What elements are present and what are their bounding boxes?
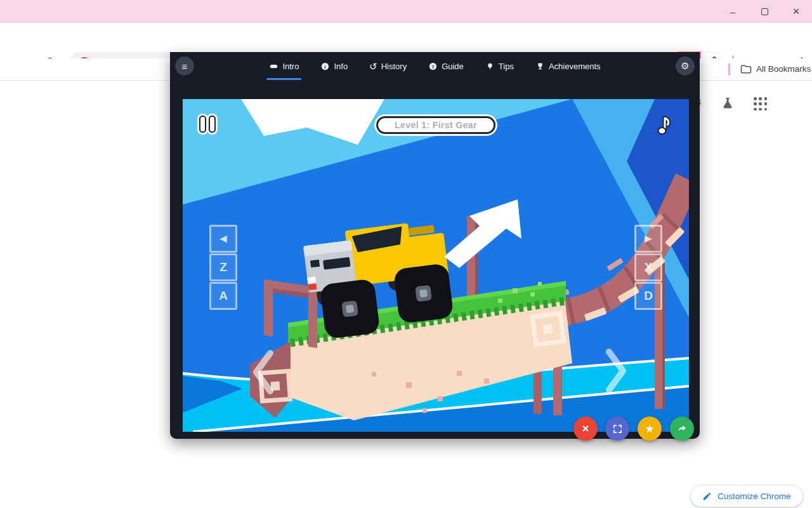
close-x-icon: × [582, 422, 589, 436]
maximize-icon [761, 8, 768, 15]
star-icon: ★ [645, 422, 654, 436]
hamburger-icon: ≡ [182, 61, 188, 72]
minimize-button[interactable]: – [717, 0, 749, 23]
tab-label: Intro [282, 62, 299, 71]
key-left-arrow: ◄ [209, 225, 237, 253]
all-bookmarks-label[interactable]: All Bookmarks [756, 58, 811, 80]
fullscreen-icon [612, 424, 623, 434]
close-button[interactable]: × [780, 0, 812, 23]
minimize-icon: – [730, 6, 735, 17]
pencil-icon [702, 491, 712, 501]
key-x: X [634, 253, 662, 281]
lightbulb-icon [485, 62, 495, 71]
favorite-button[interactable]: ★ [638, 417, 662, 441]
labs-flask-icon[interactable] [720, 96, 735, 111]
tab-label: Info [334, 62, 348, 71]
customize-chrome-label: Customize Chrome [717, 491, 791, 501]
tab-label: Tips [499, 62, 514, 71]
google-apps-grid-icon[interactable] [754, 97, 768, 111]
question-icon: ? [428, 62, 438, 71]
close-icon: × [793, 6, 800, 17]
level-banner: Level 1: First Gear [376, 116, 495, 134]
svg-text:?: ? [431, 64, 435, 69]
pause-icon [199, 116, 216, 133]
gear-icon: ⚙ [681, 60, 689, 72]
tab-tips[interactable]: Tips [484, 52, 515, 80]
game-screenshot[interactable]: Level 1: First Gear ◄ Z A ► X D [183, 99, 689, 432]
key-right-arrow: ► [634, 225, 662, 253]
carousel-prev-icon[interactable] [249, 348, 277, 396]
tab-history[interactable]: ↺ History [368, 52, 408, 80]
tab-label: Achievements [549, 62, 601, 71]
tab-guide[interactable]: ? Guide [427, 52, 465, 80]
tab-label: Guide [442, 62, 464, 71]
menu-button[interactable]: ≡ [175, 57, 194, 76]
control-keys-right: ► X D [634, 225, 662, 310]
tab-label: History [381, 62, 407, 71]
history-icon: ↺ [369, 62, 377, 71]
browser-window: – × ← → ↻ Search Google or type a URL ☆ [0, 0, 812, 508]
window-controls: – × [717, 0, 812, 23]
title-bar [0, 0, 812, 23]
settings-button[interactable]: ⚙ [676, 57, 695, 76]
tab-achievements[interactable]: Achievements [534, 52, 602, 80]
extension-popup: ≡ Intro i Info ↺ [170, 52, 700, 439]
tab-info[interactable]: i Info [319, 52, 349, 80]
share-arrow-icon [677, 424, 688, 434]
key-a: A [209, 282, 237, 310]
tab-intro[interactable]: Intro [268, 52, 300, 80]
control-keys-left: ◄ Z A [209, 225, 237, 310]
popup-tabs: Intro i Info ↺ History ? [194, 52, 676, 80]
share-button[interactable] [670, 417, 694, 441]
fullscreen-button[interactable] [605, 417, 629, 441]
trophy-icon [535, 62, 545, 71]
maximize-button[interactable] [749, 0, 780, 23]
key-d: D [634, 282, 662, 310]
customize-chrome-button[interactable]: Customize Chrome [691, 486, 802, 507]
key-z: Z [209, 253, 237, 281]
bookmarks-separator [728, 63, 730, 76]
music-note-icon [653, 114, 675, 138]
info-icon: i [320, 62, 330, 71]
close-popup-button[interactable]: × [573, 417, 598, 441]
svg-text:i: i [325, 64, 326, 69]
carousel-next-icon[interactable] [603, 347, 631, 395]
folder-icon[interactable] [740, 63, 752, 76]
gamepad-icon [269, 62, 278, 71]
popup-navbar: ≡ Intro i Info ↺ [170, 52, 700, 80]
